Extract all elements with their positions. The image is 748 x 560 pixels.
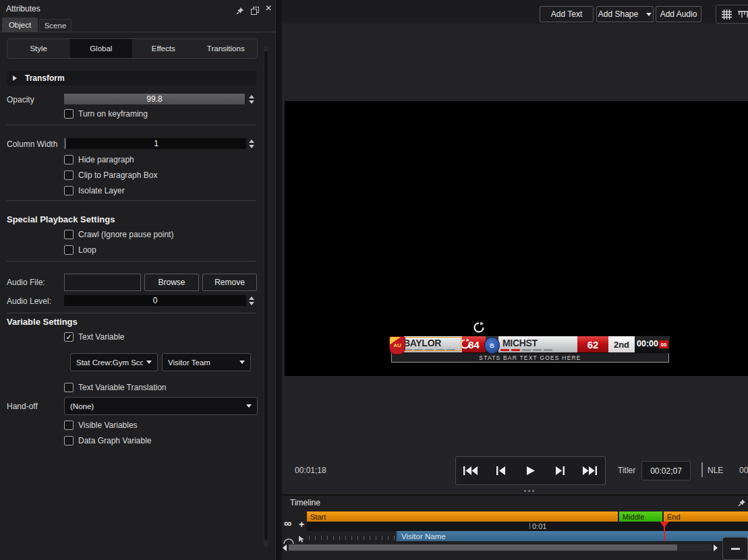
timeline-segment-end[interactable]: End — [664, 511, 748, 522]
column-width-stepper[interactable] — [247, 138, 256, 149]
opacity-label: Opacity — [7, 95, 34, 104]
add-audio-button[interactable]: Add Audio — [656, 6, 701, 22]
audio-level-label: Audio Level: — [7, 297, 51, 306]
subtab-bar: Style Global Effects Transitions — [7, 38, 258, 59]
crawl-row: Crawl (Ignore pause point) — [64, 230, 173, 239]
divider — [7, 125, 256, 125]
remove-button[interactable]: Remove — [202, 274, 257, 291]
pin-icon[interactable] — [738, 497, 746, 509]
keyframing-checkbox[interactable] — [64, 109, 74, 119]
loop-infinity-icon[interactable]: ∞ — [284, 518, 291, 530]
team2-logo-icon: B — [484, 337, 500, 354]
ruler-tick — [529, 523, 530, 529]
opacity-stepper[interactable] — [247, 94, 256, 104]
chevron-down-icon — [239, 361, 245, 364]
panel-resize-handle-dot[interactable] — [528, 490, 530, 492]
column-width-slider[interactable]: 1 — [64, 138, 246, 149]
attributes-panel: Attributes ✕ Object Scene Style Global E… — [0, 0, 276, 560]
isolate-layer-row: Isolate Layer — [64, 186, 125, 195]
clip-paragraph-checkbox[interactable] — [64, 170, 74, 180]
text-variable-row: ✓ Text Variable — [64, 332, 124, 342]
tab-divider — [0, 32, 275, 32]
skip-to-end-button[interactable] — [575, 457, 605, 485]
transport-separator — [701, 462, 703, 477]
tab-scene[interactable]: Scene — [39, 19, 71, 32]
timeline-ruler[interactable]: 0:01 — [307, 522, 748, 531]
subtab-effects[interactable]: Effects — [132, 39, 195, 58]
timeline-track-visitor-name[interactable]: Visitor Name — [396, 531, 748, 541]
timeline-segment-start[interactable]: Start — [307, 511, 618, 522]
timeline-title: Timeline — [290, 498, 320, 507]
divider — [7, 200, 256, 201]
timeout-dash — [511, 349, 520, 351]
zoom-out-button[interactable] — [722, 537, 748, 560]
timeout-dash — [533, 349, 542, 351]
preview-canvas[interactable] — [285, 101, 748, 376]
variable-field-dropdown[interactable]: Visitor Team — [162, 353, 251, 371]
data-graph-row: Data Graph Variable — [64, 436, 152, 445]
audio-file-input[interactable] — [64, 274, 141, 291]
add-shape-button[interactable]: Add Shape — [596, 6, 654, 22]
ruler-time-label: 0:01 — [532, 522, 546, 530]
hide-paragraph-checkbox[interactable] — [64, 155, 74, 164]
data-graph-checkbox[interactable] — [64, 436, 74, 445]
step-forward-button[interactable] — [546, 457, 575, 485]
ruler-icon[interactable] — [737, 10, 748, 19]
playhead-line — [664, 522, 665, 541]
restore-window-icon[interactable] — [251, 5, 259, 18]
text-variable-checkbox[interactable]: ✓ — [64, 332, 74, 342]
column-width-label: Column Width — [7, 139, 57, 149]
timeline-scrollbar-thumb[interactable] — [289, 545, 677, 551]
scoreboard-clock-panel: 00:00 00 — [635, 336, 670, 352]
view-options-group — [716, 5, 748, 24]
handoff-dropdown[interactable]: (None) — [64, 397, 258, 415]
tab-object[interactable]: Object — [2, 18, 38, 32]
titler-label: Titler — [618, 466, 635, 475]
keyframing-row: Turn on keyframing — [64, 109, 148, 119]
browse-button[interactable]: Browse — [144, 274, 199, 291]
chevron-down-icon — [146, 361, 152, 364]
panel-resize-handle-dot[interactable] — [532, 490, 534, 492]
subtab-global[interactable]: Global — [70, 39, 133, 58]
scroll-right-arrow[interactable] — [714, 545, 718, 551]
grid-icon[interactable] — [722, 9, 732, 20]
visible-variables-checkbox[interactable] — [64, 421, 74, 430]
subtab-style[interactable]: Style — [7, 39, 70, 58]
translation-checkbox[interactable] — [64, 383, 74, 392]
crawl-checkbox[interactable] — [64, 230, 74, 239]
minus-icon — [731, 548, 740, 550]
timeline-segment-middle[interactable]: Middle — [619, 511, 662, 522]
collapse-arrow-icon — [13, 75, 17, 81]
hide-paragraph-row: Hide paragraph — [64, 155, 134, 164]
scoreboard-shot-clock: 00 — [659, 340, 668, 348]
playback-settings-heading: Special Playback Settings — [7, 214, 115, 224]
loop-row: Loop — [64, 245, 96, 255]
pin-icon[interactable] — [236, 5, 244, 18]
add-text-button[interactable]: Add Text — [540, 6, 594, 22]
subtab-transitions[interactable]: Transitions — [195, 39, 258, 58]
transform-section-header[interactable]: Transform — [7, 71, 256, 86]
audio-level-stepper[interactable] — [247, 295, 256, 306]
isolate-layer-checkbox[interactable] — [64, 186, 74, 195]
scoreboard-stats-bar: STATS BAR TEXT GOES HERE — [391, 353, 669, 363]
timeline-tick-marks — [309, 536, 395, 540]
timeout-dash — [544, 349, 552, 351]
close-icon[interactable]: ✕ — [265, 3, 272, 13]
scroll-left-arrow[interactable] — [283, 545, 287, 551]
loop-checkbox[interactable] — [64, 245, 74, 255]
titler-timecode-box[interactable]: 00:02;07 — [641, 461, 691, 480]
play-button[interactable] — [515, 457, 545, 485]
variable-settings-heading: Variable Settings — [7, 317, 78, 327]
skip-to-start-button[interactable] — [456, 457, 486, 485]
opacity-slider[interactable]: 99.8 — [64, 94, 246, 104]
nle-timecode-partial: 00 — [739, 466, 748, 475]
add-track-icon[interactable]: + — [299, 519, 304, 530]
variable-source-dropdown[interactable]: Stat Crew:Gym Score — [70, 353, 158, 371]
divider — [7, 313, 256, 313]
scoreboard-clock: 00:00 — [637, 339, 658, 348]
step-back-button[interactable] — [486, 457, 515, 485]
panel-scrollbar-thumb[interactable] — [264, 51, 268, 540]
selection-outline — [400, 337, 461, 351]
panel-resize-handle-dot[interactable] — [524, 490, 526, 492]
audio-level-slider[interactable]: 0 — [64, 295, 246, 306]
